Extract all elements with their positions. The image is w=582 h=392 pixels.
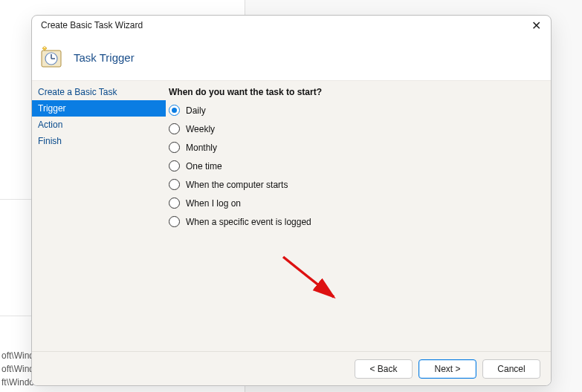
trigger-option-daily[interactable]: Daily [169, 105, 542, 116]
option-label: When a specific event is logged [186, 217, 311, 227]
radio-icon[interactable] [169, 216, 180, 227]
trigger-option-monthly[interactable]: Monthly [169, 142, 542, 153]
option-label: When I log on [186, 198, 241, 209]
divider [0, 316, 33, 316]
radio-icon[interactable] [169, 179, 180, 190]
nav-step-finish[interactable]: Finish [32, 133, 166, 149]
radio-icon[interactable] [169, 197, 180, 209]
trigger-prompt: When do you want the task to start? [169, 87, 542, 97]
trigger-option-weekly[interactable]: Weekly [169, 123, 542, 134]
trigger-option-when-a-specific-event-is-logged[interactable]: When a specific event is logged [169, 216, 542, 227]
nav-step-action[interactable]: Action [32, 117, 166, 133]
option-label: When the computer starts [186, 180, 288, 190]
wizard-step-title: Task Trigger [74, 51, 135, 64]
option-label: One time [186, 161, 222, 172]
clock-task-icon [39, 46, 63, 70]
annotation-arrow-icon [277, 254, 344, 306]
trigger-option-when-i-log-on[interactable]: When I log on [169, 197, 542, 209]
option-label: Daily [186, 105, 206, 116]
nav-step-create-a-basic-task[interactable]: Create a Basic Task [32, 84, 166, 100]
wizard-footer: < Back Next > Cancel [32, 351, 551, 385]
radio-icon[interactable] [169, 105, 180, 116]
trigger-options: DailyWeeklyMonthlyOne timeWhen the compu… [169, 105, 542, 227]
close-icon[interactable]: ✕ [528, 18, 543, 33]
wizard-header: Task Trigger [32, 35, 551, 81]
radio-icon[interactable] [169, 123, 180, 134]
wizard-content: When do you want the task to start? Dail… [166, 81, 551, 351]
dialog-title: Create Basic Task Wizard [41, 20, 143, 30]
nav-step-trigger[interactable]: Trigger [32, 100, 166, 117]
trigger-option-one-time[interactable]: One time [169, 160, 542, 172]
trigger-option-when-the-computer-starts[interactable]: When the computer starts [169, 179, 542, 190]
wizard-nav: Create a Basic TaskTriggerActionFinish [32, 81, 166, 351]
back-button[interactable]: < Back [355, 359, 413, 379]
radio-icon[interactable] [169, 160, 180, 172]
wizard-body: Create a Basic TaskTriggerActionFinish W… [32, 81, 551, 351]
title-bar: Create Basic Task Wizard ✕ [32, 16, 551, 35]
next-button[interactable]: Next > [418, 359, 476, 379]
radio-icon[interactable] [169, 142, 180, 153]
option-label: Weekly [186, 124, 215, 134]
cancel-button[interactable]: Cancel [482, 359, 540, 379]
option-label: Monthly [186, 143, 217, 153]
wizard-dialog: Create Basic Task Wizard ✕ Task Trigger … [31, 15, 552, 386]
